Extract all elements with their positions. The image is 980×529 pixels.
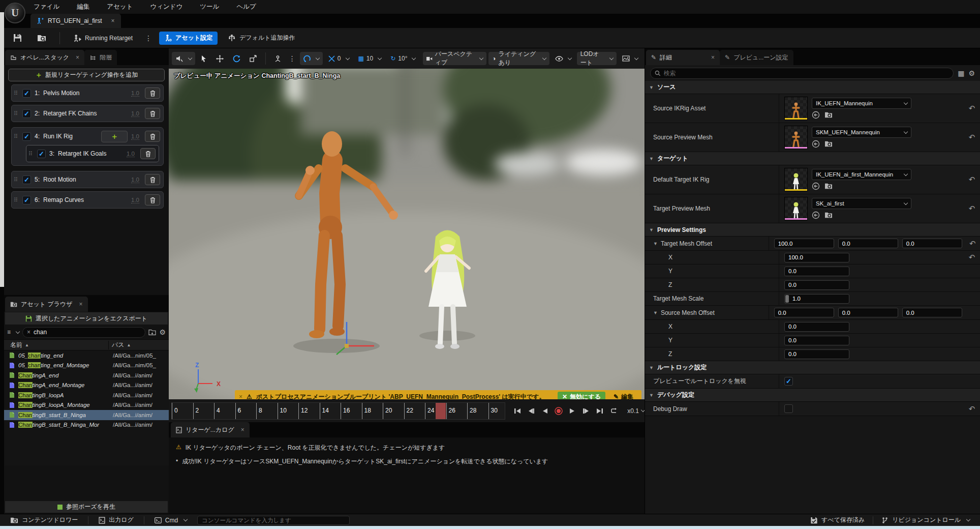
asset-browser-tab-close-icon[interactable]: × (79, 301, 83, 308)
save-button[interactable] (8, 32, 27, 45)
menu-tools[interactable]: ツール (200, 3, 219, 11)
offset-x-field[interactable]: 0.0 (774, 308, 834, 317)
section-debug[interactable]: ▼デバッグ設定 (645, 389, 980, 402)
reset-to-default-icon[interactable]: ↶ (964, 165, 980, 194)
unreal-logo[interactable]: U (5, 3, 25, 23)
op-checkbox[interactable]: ✓ (22, 109, 31, 118)
op-stack-tab-close-icon[interactable]: × (76, 54, 79, 61)
asset-thumbnail[interactable] (784, 126, 808, 149)
menu-file[interactable]: ファイル (34, 3, 59, 11)
browser-settings-gear-icon[interactable]: ⚙ (159, 328, 166, 336)
op-row-run-ik-rig[interactable]: ⠿ ✓ 4: Run IK Rig ＋ 1.0 (12, 128, 163, 145)
drag-handle-icon[interactable]: ⠿ (14, 133, 19, 140)
tab-hierarchy[interactable]: 階層 (84, 50, 117, 65)
use-selected-icon[interactable] (812, 211, 820, 219)
browse-to-asset-icon[interactable] (824, 140, 833, 148)
tool-kebab-icon[interactable]: ⋮ (287, 54, 298, 63)
move-tool-button[interactable] (212, 52, 227, 65)
details-search-field[interactable] (664, 70, 950, 77)
offset-z-field[interactable]: 0.0 (902, 239, 962, 248)
lod-dropdown[interactable]: LODオート (577, 52, 617, 65)
go-to-end-button[interactable] (595, 406, 605, 416)
details-tab-close-icon[interactable]: × (711, 54, 715, 61)
z-value-field[interactable]: 0.0 (784, 280, 849, 290)
source-mesh-dropdown[interactable]: SKM_UEFN_Mannequin (812, 127, 911, 138)
viewport-scene[interactable]: プレビュー中 アニメーション ChantingB_start_B_Ninga (169, 69, 645, 399)
column-name[interactable]: 名前▲ (4, 341, 109, 349)
delete-op-button[interactable] (145, 87, 160, 99)
expander-icon[interactable]: ▼ (653, 310, 658, 315)
go-to-start-button[interactable] (512, 406, 523, 416)
asset-thumbnail[interactable] (784, 97, 808, 120)
add-retarget-op-button[interactable]: ＋ 新規リターゲティング操作を追加 (8, 69, 165, 81)
op-checkbox[interactable]: ✓ (37, 150, 46, 158)
menu-help[interactable]: ヘルプ (236, 3, 256, 11)
list-item[interactable]: ChantingA_end /All/Ga...i/anim/ (4, 370, 169, 380)
scale-tool-button[interactable] (246, 52, 260, 65)
debug-draw-checkbox[interactable]: ✓ (784, 404, 793, 413)
y-value-field[interactable]: 0.0 (784, 267, 849, 276)
menu-window[interactable]: ウィンドウ (150, 3, 182, 11)
drag-handle-icon[interactable]: ⠿ (28, 151, 34, 157)
use-selected-icon[interactable] (812, 111, 820, 119)
details-search-input[interactable] (650, 68, 954, 79)
tab-retarget-log[interactable]: リターゲ...カログ × (171, 422, 250, 437)
console-command-input[interactable] (197, 516, 350, 525)
reset-to-default-icon[interactable]: ↶ (964, 94, 980, 123)
filter-icon[interactable]: ≡ (7, 329, 11, 336)
show-flags-dropdown[interactable] (552, 52, 575, 65)
perspective-dropdown[interactable]: パースペクティブ (423, 52, 486, 65)
drag-handle-icon[interactable]: ⠿ (14, 110, 19, 117)
op-checkbox[interactable]: ✓ (22, 132, 31, 141)
viewport-options-button[interactable] (172, 52, 195, 65)
section-source[interactable]: ▼ソース (645, 81, 980, 94)
source-ikrig-dropdown[interactable]: IK_UEFN_Mannequin (812, 98, 911, 109)
browse-to-asset-icon[interactable] (824, 183, 833, 190)
default-chain-button[interactable]: デフォルト追加操作 (223, 32, 300, 45)
op-checkbox[interactable]: ✓ (22, 175, 31, 184)
offset-y-field[interactable]: 0.0 (838, 239, 898, 248)
list-item[interactable]: ChantingB_loopA_Montage /All/Ga...i/anim… (4, 400, 169, 410)
content-drawer-button[interactable]: コンテンツドロワー (4, 514, 84, 526)
delete-op-button[interactable] (145, 174, 160, 185)
op-weight[interactable]: 1.0 (131, 197, 139, 203)
log-warning-line[interactable]: ⚠ IK リターゲッタのボーン チェーン、Root を正規化できませんでした。チ… (176, 444, 637, 452)
delete-op-button[interactable] (145, 131, 160, 142)
output-log-button[interactable]: 出力ログ (93, 514, 140, 526)
step-forward-button[interactable] (581, 406, 591, 416)
asset-thumbnail[interactable] (784, 197, 808, 220)
ignore-root-lock-checkbox[interactable]: ✓ (784, 377, 793, 386)
browse-to-asset-icon[interactable] (824, 111, 833, 119)
list-item[interactable]: ChantingA_end_Montage /All/Ga...i/anim/ (4, 380, 169, 391)
menu-edit[interactable]: 編集 (77, 3, 89, 11)
log-info-line[interactable]: • 成功!IK リターゲターはソースSKM_UEFN_Mannequinからター… (176, 457, 637, 466)
reset-to-default-icon[interactable]: ↶ (964, 251, 980, 264)
op-weight[interactable]: 1.0 (131, 133, 139, 140)
column-path[interactable]: パス▲ (109, 341, 169, 349)
clear-search-icon[interactable]: × (27, 329, 30, 336)
play-reference-pose-button[interactable]: 参照ポーズを再生 (5, 501, 168, 513)
op-row-retarget-ik-goals[interactable]: ⠿ ✓ 3: Retarget IK Goals 1.0 (26, 145, 159, 162)
loop-button[interactable] (608, 406, 619, 416)
op-weight[interactable]: 1.0 (131, 110, 139, 117)
tab-close-icon[interactable]: × (111, 17, 114, 24)
list-item[interactable]: 05_chanting_end_Montage /All/Ga...nim/05… (4, 361, 169, 371)
op-row-root-motion[interactable]: ⠿ ✓ 5: Root Motion 1.0 (11, 171, 164, 188)
use-selected-icon[interactable] (812, 182, 820, 190)
drag-handle-icon[interactable]: ⠿ (14, 90, 19, 97)
warning-close-icon[interactable]: × (239, 393, 242, 399)
slider-handle[interactable] (785, 295, 789, 303)
browse-to-asset-icon[interactable] (824, 212, 833, 219)
tab-rtg-uefn-ai-first[interactable]: RTG_UEFN_ai_first × (30, 14, 121, 28)
op-weight[interactable]: 1.0 (127, 151, 135, 157)
pivot-button[interactable] (271, 52, 285, 65)
location-snap-button[interactable]: 0 (325, 52, 353, 65)
tab-op-stack[interactable]: オペレ...スタック × (5, 50, 84, 65)
grid-snap-button[interactable]: ▦ 10 (355, 52, 385, 65)
asset-thumbnail[interactable] (784, 168, 808, 191)
drag-handle-icon[interactable]: ⠿ (14, 177, 19, 183)
delete-op-button[interactable] (140, 148, 156, 159)
cmd-dropdown[interactable]: Cmd (148, 514, 193, 526)
timeline-playhead[interactable] (436, 403, 446, 420)
reset-to-default-icon[interactable]: ↶ (965, 237, 980, 250)
